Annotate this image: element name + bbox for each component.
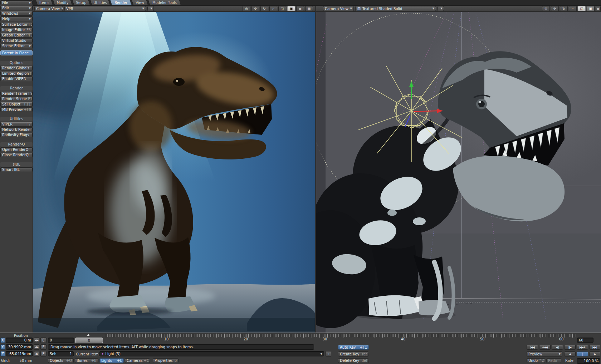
pan-view-icon[interactable]: ✜ [551, 6, 559, 11]
item-type-cameras-button[interactable]: Cameras+C [125, 358, 150, 363]
left-render-mode-dropdown[interactable]: VPR▼ [64, 6, 146, 11]
render-globals-button[interactable]: Render Globals [0, 66, 33, 70]
right-viewport-options-dropdown[interactable]: ▼ [438, 6, 444, 11]
image-editor-button[interactable]: Image EditorF6 [0, 28, 33, 32]
render-frame-button[interactable]: Render FrameF9 [0, 91, 33, 96]
menu-file[interactable]: File▼ [0, 0, 33, 5]
item-panel-toggle[interactable]: ▯ [326, 351, 331, 356]
frame-label-40: 40 [398, 337, 409, 341]
auto-key-button[interactable]: Auto Key+F1 [338, 345, 369, 350]
prev-key-button[interactable]: +◀◀ [539, 345, 551, 350]
pause-button[interactable]: || [577, 351, 588, 356]
network-render-button[interactable]: Network Render [0, 127, 33, 132]
view-menu-icon[interactable]: ≡ [596, 6, 601, 11]
z-envelope-button[interactable]: E [40, 351, 47, 356]
mb-preview-button[interactable]: MB Preview+F9 [0, 107, 33, 112]
tab-view[interactable]: View [132, 0, 147, 5]
play-reverse-button[interactable]: ◀ [564, 351, 576, 356]
camera-icon[interactable]: ▣ [587, 6, 595, 11]
z-position-field[interactable]: -65.0419mm [6, 351, 33, 356]
item-type-lights-button[interactable]: Lights+L [99, 358, 124, 363]
right-render-mode-dropdown[interactable]: TTextured Shaded Solid▼ [355, 6, 436, 11]
sel-object-button[interactable]: Sel ObjectF11 [0, 102, 33, 107]
shaded-viewport[interactable] [316, 12, 601, 333]
button-label: VIPER [2, 122, 13, 126]
menu-windows[interactable]: Windows▼ [0, 11, 33, 16]
x-axis-chip[interactable]: X [0, 338, 5, 343]
play-forward-button[interactable]: ▶ [589, 351, 600, 356]
fit-view-icon[interactable]: ◱ [578, 6, 586, 11]
button-label: Parent in Place [2, 51, 29, 55]
zoom-view-icon[interactable]: ⌕ [269, 6, 277, 11]
y-axis-chip[interactable]: Y [0, 344, 5, 350]
tab-render[interactable]: Render [111, 0, 131, 5]
chevron-down-icon: ▼ [29, 7, 31, 10]
z-axis-chip[interactable]: Z [0, 351, 5, 356]
item-type-bones-button[interactable]: Bones+B [75, 358, 98, 363]
timeline-slider-handle[interactable]: 0 [75, 338, 103, 343]
delete-key-button[interactable]: Delete Keydel [338, 358, 369, 363]
preview-dropdown[interactable]: Preview▼ [527, 351, 562, 356]
item-type-objects-button[interactable]: Objects+O [48, 358, 74, 363]
pan-view-icon[interactable]: ✜ [251, 6, 259, 11]
current-frame-field[interactable]: 0 [48, 338, 74, 343]
virtual-studio-button[interactable]: Virtual Studio [0, 38, 33, 43]
x-position-field[interactable]: 0 m [6, 338, 33, 343]
tab-modeler-tools[interactable]: Modeler Tools [149, 0, 180, 5]
smart-ibl-button[interactable]: Smart IBL [0, 167, 33, 172]
limited-region-button[interactable]: Limited Regionl [0, 71, 33, 76]
graph-editor-button[interactable]: Graph Editor^F2 [0, 33, 33, 38]
tab-items[interactable]: Items [36, 0, 52, 5]
go-end-button[interactable]: ▶▶| [589, 345, 600, 350]
y-position-field[interactable]: 39.9992 mm [6, 344, 33, 350]
section-render: Render [0, 86, 33, 90]
next-key-button[interactable]: ▶▶+ [577, 345, 588, 350]
scene-editor-button[interactable]: Scene Editor▼ [0, 44, 33, 48]
y-envelope-button[interactable]: E [40, 344, 47, 350]
x-stepper[interactable]: ◀▶ [34, 338, 39, 343]
end-frame-field[interactable]: 60 [577, 338, 593, 343]
menu-edit[interactable]: Edit▼ [0, 6, 33, 10]
rate-field[interactable]: 100.0 % [577, 358, 600, 364]
fit-view-icon[interactable]: ◱ [278, 6, 286, 11]
z-stepper[interactable]: ◀▶ [34, 351, 39, 356]
camera-icon[interactable]: ▣ [287, 6, 295, 11]
step-fwd-frame-button[interactable]: ||▶ [564, 345, 576, 350]
close-renderq-button[interactable]: Close RenderQ [0, 153, 33, 157]
parent-in-place-button[interactable]: Parent in Place [0, 50, 33, 55]
enable-viper-button[interactable]: Enable VIPER [0, 77, 33, 81]
right-view-type-dropdown[interactable]: Camera View▼ [323, 6, 354, 11]
redo-button[interactable]: Redo [546, 358, 561, 363]
render-scene-button[interactable]: Render SceneF10 [0, 97, 33, 101]
go-start-button[interactable]: |◀◀ [527, 345, 538, 350]
radiosity-flags-button[interactable]: Radiosity Flags [0, 133, 33, 137]
maximize-view-icon[interactable]: ▦ [305, 6, 313, 11]
frame-label-20: 20 [240, 337, 251, 341]
center-item-icon[interactable]: ⊕ [243, 6, 250, 11]
undo-button[interactable]: Undo^Z [527, 358, 545, 363]
surface-editor-button[interactable]: Surface EditorF5 [0, 22, 33, 27]
tab-setup[interactable]: Setup [73, 0, 89, 5]
x-envelope-button[interactable]: E [40, 338, 47, 343]
center-item-icon[interactable]: ⊕ [542, 6, 550, 11]
tab-utilities[interactable]: Utilities [91, 0, 109, 5]
section-render-q: Render-Q [0, 142, 33, 147]
current-item-dropdown[interactable]: ✦ Light (3) ▼ [99, 351, 324, 356]
rotate-view-icon[interactable]: ↻ [560, 6, 568, 11]
left-viewport-options-dropdown[interactable]: ▼ [147, 6, 154, 11]
left-viewport-header: Camera View▼ VPR▼ ▼ ⊕ ✜ ↻ ⌕ ◱ ▣ ≡ ▦ [33, 6, 315, 12]
y-stepper[interactable]: ◀▶ [34, 344, 39, 350]
properties-button[interactable]: Propertiesp [153, 358, 179, 363]
viper-button[interactable]: VIPERF7 [0, 122, 33, 127]
view-menu-icon[interactable]: ≡ [296, 6, 304, 11]
zoom-view-icon[interactable]: ⌕ [569, 6, 577, 11]
step-back-frame-button[interactable]: ◀|| [552, 345, 563, 350]
open-renderq-button[interactable]: Open RenderQ [0, 147, 33, 152]
create-key-button[interactable]: Create Keyret [338, 351, 369, 356]
tab-modify[interactable]: Modify [54, 0, 72, 5]
menu-help[interactable]: Help▼ [0, 16, 33, 21]
left-view-type-dropdown[interactable]: Camera View▼ [34, 6, 63, 11]
button-label: Render Scene [2, 97, 27, 101]
vpr-viewport[interactable] [33, 12, 315, 333]
rotate-view-icon[interactable]: ↻ [260, 6, 268, 11]
